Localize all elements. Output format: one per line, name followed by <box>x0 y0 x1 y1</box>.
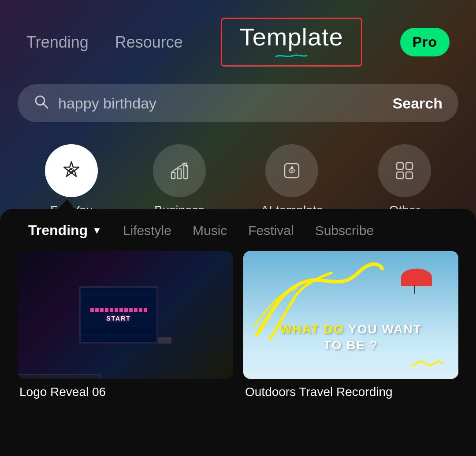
card-title-outdoors: Outdoors Travel Recording <box>243 385 458 399</box>
template-grid: START Logo Reveal 06 <box>0 251 476 399</box>
nav-left: Trending Resource <box>26 33 183 52</box>
search-bar[interactable]: happy birthday Search <box>18 84 458 122</box>
search-container: happy birthday Search <box>18 84 458 122</box>
filter-festival-label: Festival <box>248 223 294 238</box>
other-icon-wrap <box>378 144 431 197</box>
svg-rect-11 <box>397 172 403 179</box>
yellow-arrows-decoration <box>410 359 445 372</box>
svg-rect-9 <box>397 163 403 169</box>
category-ai-template[interactable]: AI template <box>260 144 323 217</box>
for-you-icon-wrap <box>45 144 98 197</box>
template-thumb-logo-reveal: START <box>18 251 233 379</box>
filter-lifestyle[interactable]: Lifestyle <box>112 223 182 238</box>
filter-trending-label: Trending <box>28 222 88 239</box>
bottom-section: Trending ▼ Lifestyle Music Festival Subs… <box>0 209 476 456</box>
svg-rect-10 <box>406 163 413 169</box>
start-text: START <box>106 315 131 322</box>
filter-music-label: Music <box>193 223 227 238</box>
template-card-logo-reveal[interactable]: START Logo Reveal 06 <box>18 251 233 399</box>
search-icon <box>33 94 49 112</box>
category-other[interactable]: Other <box>378 144 431 217</box>
category-business[interactable]: Business <box>153 144 206 217</box>
svg-rect-3 <box>171 172 175 179</box>
nav-resource[interactable]: Resource <box>115 33 183 52</box>
monitor-decoration: START <box>79 286 171 344</box>
template-label: Template <box>240 22 343 51</box>
template-underline-icon <box>274 53 309 58</box>
business-icon-wrap <box>153 144 206 197</box>
filter-tabs: Trending ▼ Lifestyle Music Festival Subs… <box>0 222 476 251</box>
paraglider-decoration <box>401 269 432 286</box>
filter-festival[interactable]: Festival <box>238 223 304 238</box>
ai-template-icon-wrap <box>265 144 318 197</box>
filter-subscribe[interactable]: Subscribe <box>305 223 384 238</box>
card2-text-overlay: WHAT DO YOU WANT TO BE ? <box>243 322 458 352</box>
filter-music[interactable]: Music <box>182 223 238 238</box>
keyboard-decoration <box>18 374 101 379</box>
nav-template-active[interactable]: Template <box>221 18 362 67</box>
svg-rect-12 <box>406 172 413 179</box>
search-input[interactable]: happy birthday <box>58 95 384 112</box>
filter-subscribe-label: Subscribe <box>315 223 374 238</box>
svg-point-8 <box>291 170 293 172</box>
filter-trending[interactable]: Trending ▼ <box>18 222 112 239</box>
template-thumb-outdoors: WHAT DO YOU WANT TO BE ? <box>243 251 458 379</box>
triangle-pointer <box>57 199 77 210</box>
filter-lifestyle-label: Lifestyle <box>123 223 171 238</box>
svg-rect-4 <box>178 169 181 179</box>
nav-trending[interactable]: Trending <box>26 33 89 52</box>
svg-rect-5 <box>184 165 187 179</box>
pro-badge[interactable]: Pro <box>400 28 450 56</box>
template-card-outdoors[interactable]: WHAT DO YOU WANT TO BE ? Outdoors Travel… <box>243 251 458 399</box>
svg-line-1 <box>43 104 48 108</box>
top-navigation: Trending Resource Template Pro <box>0 0 476 75</box>
search-button[interactable]: Search <box>393 95 443 112</box>
dropdown-icon: ▼ <box>92 225 102 236</box>
card-title-logo-reveal: Logo Reveal 06 <box>18 385 233 399</box>
